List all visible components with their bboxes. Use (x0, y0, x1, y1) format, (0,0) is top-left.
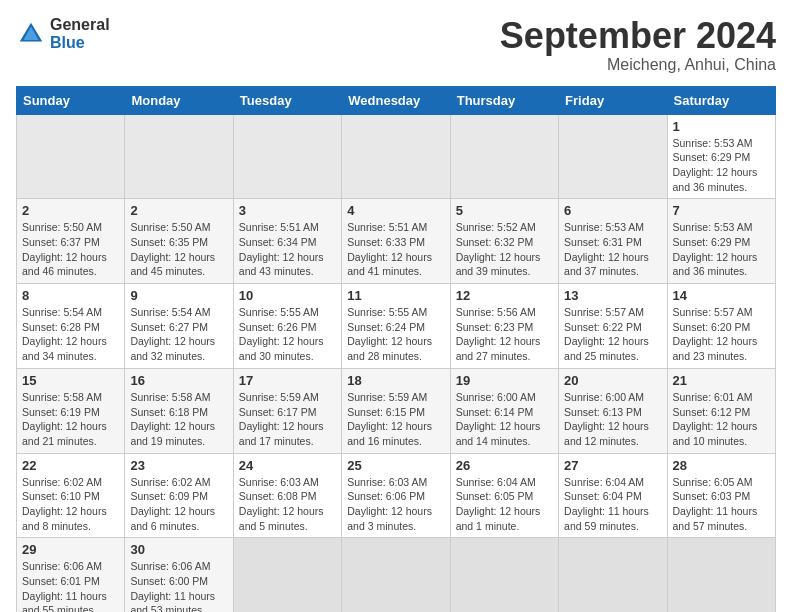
day-info: Sunrise: 5:53 AMSunset: 6:29 PMDaylight:… (673, 136, 770, 195)
day-info: Sunrise: 6:03 AMSunset: 6:08 PMDaylight:… (239, 475, 336, 534)
day-info: Sunrise: 5:55 AMSunset: 6:26 PMDaylight:… (239, 305, 336, 364)
day-number: 23 (130, 458, 227, 473)
calendar-cell (342, 538, 450, 612)
calendar-cell (667, 538, 775, 612)
calendar-cell (559, 114, 667, 199)
calendar-cell: 21Sunrise: 6:01 AMSunset: 6:12 PMDayligh… (667, 368, 775, 453)
day-number: 6 (564, 203, 661, 218)
day-info: Sunrise: 5:58 AMSunset: 6:18 PMDaylight:… (130, 390, 227, 449)
day-info: Sunrise: 5:54 AMSunset: 6:28 PMDaylight:… (22, 305, 119, 364)
calendar-cell (450, 538, 558, 612)
calendar-cell: 23Sunrise: 6:02 AMSunset: 6:09 PMDayligh… (125, 453, 233, 538)
calendar-cell: 22Sunrise: 6:02 AMSunset: 6:10 PMDayligh… (17, 453, 125, 538)
calendar-cell: 25Sunrise: 6:03 AMSunset: 6:06 PMDayligh… (342, 453, 450, 538)
day-info: Sunrise: 5:53 AMSunset: 6:31 PMDaylight:… (564, 220, 661, 279)
col-friday: Friday (559, 86, 667, 114)
day-info: Sunrise: 6:03 AMSunset: 6:06 PMDaylight:… (347, 475, 444, 534)
logo-blue-label: Blue (50, 34, 110, 52)
calendar-cell: 12Sunrise: 5:56 AMSunset: 6:23 PMDayligh… (450, 284, 558, 369)
day-number: 22 (22, 458, 119, 473)
day-number: 21 (673, 373, 770, 388)
calendar-cell: 15Sunrise: 5:58 AMSunset: 6:19 PMDayligh… (17, 368, 125, 453)
page-header: General Blue September 2024 Meicheng, An… (16, 16, 776, 74)
day-info: Sunrise: 6:02 AMSunset: 6:09 PMDaylight:… (130, 475, 227, 534)
logo: General Blue (16, 16, 110, 51)
col-monday: Monday (125, 86, 233, 114)
calendar-cell: 5Sunrise: 5:52 AMSunset: 6:32 PMDaylight… (450, 199, 558, 284)
day-number: 16 (130, 373, 227, 388)
calendar-cell: 30Sunrise: 6:06 AMSunset: 6:00 PMDayligh… (125, 538, 233, 612)
day-number: 2 (130, 203, 227, 218)
day-number: 2 (22, 203, 119, 218)
day-number: 19 (456, 373, 553, 388)
calendar-cell: 2Sunrise: 5:50 AMSunset: 6:35 PMDaylight… (125, 199, 233, 284)
day-info: Sunrise: 5:57 AMSunset: 6:22 PMDaylight:… (564, 305, 661, 364)
logo-general-label: General (50, 16, 110, 34)
day-number: 17 (239, 373, 336, 388)
calendar-cell (233, 538, 341, 612)
calendar-cell: 9Sunrise: 5:54 AMSunset: 6:27 PMDaylight… (125, 284, 233, 369)
calendar-cell: 27Sunrise: 6:04 AMSunset: 6:04 PMDayligh… (559, 453, 667, 538)
calendar-table: Sunday Monday Tuesday Wednesday Thursday… (16, 86, 776, 612)
calendar-cell (342, 114, 450, 199)
calendar-cell: 14Sunrise: 5:57 AMSunset: 6:20 PMDayligh… (667, 284, 775, 369)
day-info: Sunrise: 5:51 AMSunset: 6:33 PMDaylight:… (347, 220, 444, 279)
calendar-cell: 17Sunrise: 5:59 AMSunset: 6:17 PMDayligh… (233, 368, 341, 453)
day-number: 13 (564, 288, 661, 303)
calendar-row: 15Sunrise: 5:58 AMSunset: 6:19 PMDayligh… (17, 368, 776, 453)
day-info: Sunrise: 5:57 AMSunset: 6:20 PMDaylight:… (673, 305, 770, 364)
day-info: Sunrise: 6:04 AMSunset: 6:04 PMDaylight:… (564, 475, 661, 534)
day-info: Sunrise: 5:59 AMSunset: 6:15 PMDaylight:… (347, 390, 444, 449)
calendar-cell: 29Sunrise: 6:06 AMSunset: 6:01 PMDayligh… (17, 538, 125, 612)
calendar-cell: 4Sunrise: 5:51 AMSunset: 6:33 PMDaylight… (342, 199, 450, 284)
calendar-cell: 3Sunrise: 5:51 AMSunset: 6:34 PMDaylight… (233, 199, 341, 284)
calendar-cell (125, 114, 233, 199)
day-number: 3 (239, 203, 336, 218)
day-info: Sunrise: 5:53 AMSunset: 6:29 PMDaylight:… (673, 220, 770, 279)
calendar-cell: 26Sunrise: 6:04 AMSunset: 6:05 PMDayligh… (450, 453, 558, 538)
day-info: Sunrise: 6:02 AMSunset: 6:10 PMDaylight:… (22, 475, 119, 534)
calendar-row: 8Sunrise: 5:54 AMSunset: 6:28 PMDaylight… (17, 284, 776, 369)
calendar-cell: 7Sunrise: 5:53 AMSunset: 6:29 PMDaylight… (667, 199, 775, 284)
day-number: 12 (456, 288, 553, 303)
day-info: Sunrise: 6:05 AMSunset: 6:03 PMDaylight:… (673, 475, 770, 534)
day-info: Sunrise: 5:59 AMSunset: 6:17 PMDaylight:… (239, 390, 336, 449)
calendar-cell (17, 114, 125, 199)
day-info: Sunrise: 5:50 AMSunset: 6:35 PMDaylight:… (130, 220, 227, 279)
logo-icon (16, 19, 46, 49)
day-info: Sunrise: 5:55 AMSunset: 6:24 PMDaylight:… (347, 305, 444, 364)
day-number: 14 (673, 288, 770, 303)
day-number: 27 (564, 458, 661, 473)
calendar-row: 2Sunrise: 5:50 AMSunset: 6:37 PMDaylight… (17, 199, 776, 284)
calendar-cell: 16Sunrise: 5:58 AMSunset: 6:18 PMDayligh… (125, 368, 233, 453)
day-number: 20 (564, 373, 661, 388)
day-number: 30 (130, 542, 227, 557)
day-info: Sunrise: 5:52 AMSunset: 6:32 PMDaylight:… (456, 220, 553, 279)
calendar-cell: 2Sunrise: 5:50 AMSunset: 6:37 PMDaylight… (17, 199, 125, 284)
month-title: September 2024 (500, 16, 776, 56)
day-info: Sunrise: 6:00 AMSunset: 6:14 PMDaylight:… (456, 390, 553, 449)
day-number: 18 (347, 373, 444, 388)
calendar-cell (559, 538, 667, 612)
day-number: 29 (22, 542, 119, 557)
day-number: 26 (456, 458, 553, 473)
calendar-cell (450, 114, 558, 199)
logo-text: General Blue (50, 16, 110, 51)
day-info: Sunrise: 6:01 AMSunset: 6:12 PMDaylight:… (673, 390, 770, 449)
calendar-cell: 18Sunrise: 5:59 AMSunset: 6:15 PMDayligh… (342, 368, 450, 453)
day-number: 7 (673, 203, 770, 218)
col-saturday: Saturday (667, 86, 775, 114)
col-tuesday: Tuesday (233, 86, 341, 114)
calendar-cell: 8Sunrise: 5:54 AMSunset: 6:28 PMDaylight… (17, 284, 125, 369)
calendar-cell: 13Sunrise: 5:57 AMSunset: 6:22 PMDayligh… (559, 284, 667, 369)
calendar-cell: 11Sunrise: 5:55 AMSunset: 6:24 PMDayligh… (342, 284, 450, 369)
calendar-row: 22Sunrise: 6:02 AMSunset: 6:10 PMDayligh… (17, 453, 776, 538)
location-label: Meicheng, Anhui, China (500, 56, 776, 74)
day-number: 5 (456, 203, 553, 218)
day-number: 28 (673, 458, 770, 473)
day-number: 10 (239, 288, 336, 303)
day-info: Sunrise: 5:56 AMSunset: 6:23 PMDaylight:… (456, 305, 553, 364)
day-number: 8 (22, 288, 119, 303)
calendar-row: 1Sunrise: 5:53 AMSunset: 6:29 PMDaylight… (17, 114, 776, 199)
col-sunday: Sunday (17, 86, 125, 114)
